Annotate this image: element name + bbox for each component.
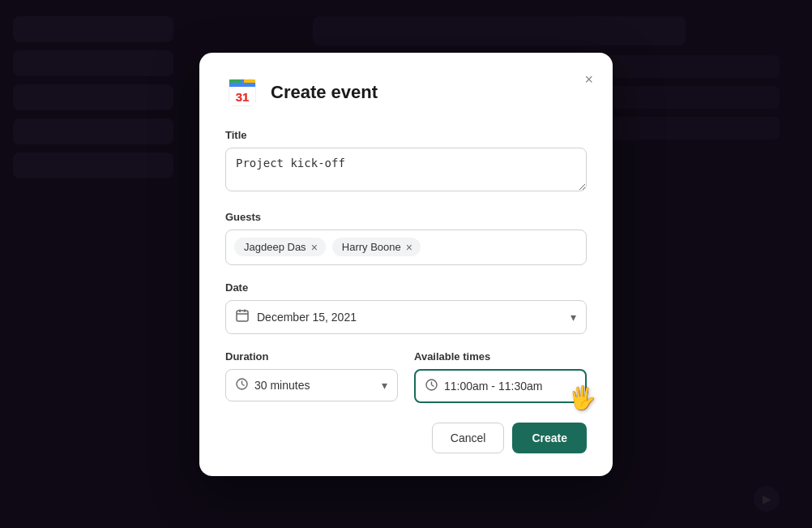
duration-value: 30 minutes — [254, 379, 310, 392]
calendar-small-icon — [236, 309, 249, 325]
guest-name-harry: Harry Boone — [342, 241, 401, 253]
remove-guest-jagdeep[interactable]: × — [311, 242, 318, 253]
close-button[interactable]: × — [581, 69, 596, 90]
available-clock-icon — [425, 379, 438, 393]
date-value: December 15, 2021 — [257, 311, 357, 324]
date-field-group: Date December 15, 2021 ▾ — [225, 281, 587, 334]
remove-guest-harry[interactable]: × — [406, 242, 412, 253]
duration-dropdown-left: 30 minutes — [236, 378, 310, 393]
duration-chevron-icon: ▾ — [382, 379, 387, 392]
google-calendar-icon: 31 31 31 — [225, 75, 259, 109]
date-select-left: December 15, 2021 — [236, 309, 357, 325]
svg-text:31: 31 — [236, 90, 250, 104]
guest-tag-harry: Harry Boone × — [332, 238, 421, 256]
svg-line-24 — [242, 384, 245, 385]
guests-input-area[interactable]: Jagdeep Das × Harry Boone × — [225, 230, 587, 265]
available-value: 11:00am - 11:30am — [444, 380, 542, 393]
create-button[interactable]: Create — [512, 423, 587, 453]
duration-available-row: Duration 30 minutes ▾ — [225, 350, 587, 403]
modal-overlay: 31 31 31 Create event × — [0, 0, 812, 528]
date-select[interactable]: December 15, 2021 ▾ — [225, 300, 587, 334]
svg-line-27 — [432, 384, 434, 386]
modal-footer: Cancel Create — [225, 423, 587, 453]
date-label: Date — [225, 281, 587, 294]
svg-rect-18 — [237, 311, 248, 321]
guest-name-jagdeep: Jagdeep Das — [244, 241, 306, 253]
title-label: Title — [225, 129, 587, 141]
modal-title: Create event — [271, 82, 378, 103]
duration-col: Duration 30 minutes ▾ — [225, 350, 398, 403]
title-field-group: Title Project kick-off — [225, 129, 587, 195]
guest-tag-jagdeep: Jagdeep Das × — [234, 238, 326, 256]
chevron-down-icon: ▾ — [571, 311, 576, 324]
create-event-modal: 31 31 31 Create event × — [199, 53, 613, 476]
available-label: Available times — [414, 350, 587, 363]
available-times-dropdown[interactable]: 11:00am - 11:30am — [414, 369, 587, 403]
clock-icon — [236, 378, 248, 393]
title-input[interactable]: Project kick-off — [225, 148, 587, 191]
duration-label: Duration — [225, 350, 398, 363]
available-dropdown-left: 11:00am - 11:30am — [425, 379, 542, 393]
cancel-button[interactable]: Cancel — [432, 423, 505, 453]
guests-label: Guests — [225, 211, 587, 223]
available-col: Available times 11:00am - 11:30a — [414, 350, 587, 403]
svg-rect-16 — [229, 83, 255, 87]
duration-dropdown[interactable]: 30 minutes ▾ — [225, 369, 398, 401]
available-wrapper: 11:00am - 11:30am 🖐 — [414, 369, 587, 403]
guests-field-group: Guests Jagdeep Das × Harry Boone × — [225, 211, 587, 265]
modal-header: 31 31 31 Create event — [225, 75, 587, 109]
